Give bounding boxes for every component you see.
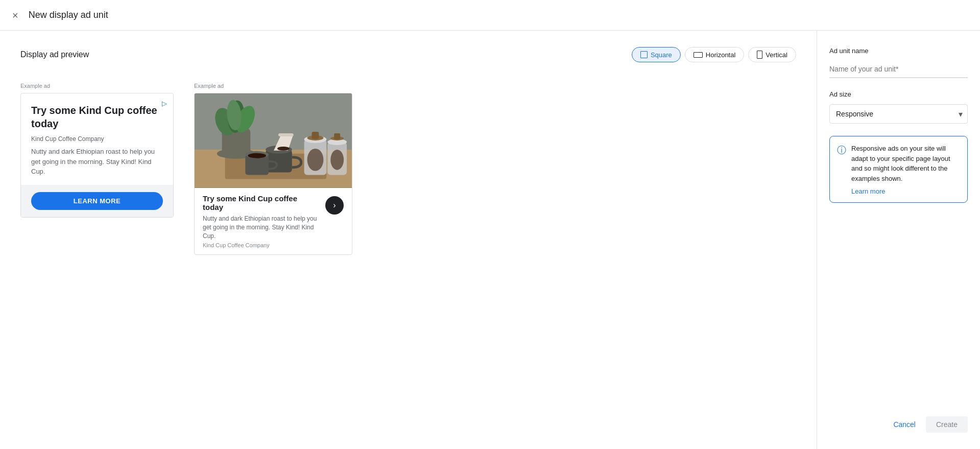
image-ad-body: Try some Kind Cup coffee today Nutty and…	[195, 188, 352, 254]
svg-rect-23	[334, 133, 340, 139]
example-ad-label-1: Example ad	[20, 83, 174, 89]
tab-group: Square Horizontal Vertical	[632, 47, 796, 62]
close-button[interactable]: ×	[12, 10, 18, 20]
info-icon: ⓘ	[837, 144, 846, 195]
left-panel: Display ad preview Square Horizontal Ver…	[0, 31, 817, 449]
image-ad-text: Try some Kind Cup coffee today Nutty and…	[203, 194, 319, 248]
svg-point-24	[330, 150, 344, 170]
tab-vertical-label: Vertical	[766, 51, 787, 59]
preview-title: Display ad preview	[20, 50, 89, 59]
create-button[interactable]: Create	[926, 416, 968, 433]
page-header: × New display ad unit	[0, 0, 980, 31]
square-icon	[640, 51, 648, 58]
example-ad-label-2: Example ad	[194, 83, 352, 89]
bottom-actions: Cancel Create	[829, 416, 968, 433]
tab-square[interactable]: Square	[632, 47, 681, 62]
info-content: Responsive ads on your site will adapt t…	[851, 144, 960, 195]
learn-more-link[interactable]: Learn more	[851, 187, 960, 195]
ad-size-select-wrapper: Responsive Fixed ▾	[829, 104, 968, 124]
ad-unit-name-label: Ad unit name	[829, 47, 968, 55]
image-ad-brand: Kind Cup Coffee Company	[203, 242, 319, 248]
tab-horizontal[interactable]: Horizontal	[685, 47, 745, 62]
image-ad-card: Try some Kind Cup coffee today Nutty and…	[194, 93, 352, 255]
svg-rect-13	[278, 133, 294, 136]
cancel-button[interactable]: Cancel	[891, 416, 918, 433]
main-layout: Display ad preview Square Horizontal Ver…	[0, 31, 980, 449]
horizontal-icon	[694, 52, 703, 58]
text-ad-footer: LEARN MORE	[21, 185, 173, 217]
image-ad-example: Example ad	[194, 83, 352, 255]
svg-point-14	[277, 147, 290, 151]
ad-unit-name-section: Ad unit name	[829, 47, 968, 78]
svg-point-27	[248, 153, 266, 158]
ad-examples: Example ad ▷ Try some Kind Cup coffee to…	[20, 83, 796, 255]
preview-header: Display ad preview Square Horizontal Ver…	[20, 47, 796, 62]
text-ad-headline: Try some Kind Cup coffee today	[31, 104, 163, 130]
info-box: ⓘ Responsive ads on your site will adapt…	[829, 136, 968, 203]
ad-size-section: Ad size Responsive Fixed ▾	[829, 90, 968, 124]
text-ad-example: Example ad ▷ Try some Kind Cup coffee to…	[20, 83, 174, 255]
ad-size-label: Ad size	[829, 90, 968, 98]
svg-rect-18	[312, 132, 319, 139]
text-ad-body: ▷ Try some Kind Cup coffee today Kind Cu…	[21, 93, 173, 185]
tab-vertical[interactable]: Vertical	[748, 47, 796, 62]
ad-image-placeholder	[195, 93, 352, 188]
page-title: New display ad unit	[29, 10, 108, 20]
image-ad-description: Nutty and dark Ethiopian roast to help y…	[203, 215, 319, 240]
learn-more-button[interactable]: LEARN MORE	[31, 192, 163, 210]
ad-size-select[interactable]: Responsive Fixed	[829, 104, 968, 124]
right-panel: Ad unit name Ad size Responsive Fixed ▾ …	[817, 31, 980, 449]
tab-square-label: Square	[651, 51, 672, 59]
text-ad-description: Nutty and dark Ethiopian roast to help y…	[31, 147, 163, 177]
text-ad-card: ▷ Try some Kind Cup coffee today Kind Cu…	[20, 93, 174, 218]
vertical-icon	[757, 51, 762, 59]
ad-unit-name-input[interactable]	[829, 61, 968, 78]
ad-triangle-icon: ▷	[162, 100, 167, 107]
info-text: Responsive ads on your site will adapt t…	[851, 145, 950, 182]
svg-point-19	[307, 149, 324, 171]
text-ad-brand: Kind Cup Coffee Company	[31, 135, 163, 143]
tab-horizontal-label: Horizontal	[706, 51, 736, 59]
image-ad-headline: Try some Kind Cup coffee today	[203, 194, 319, 211]
ad-arrow-button[interactable]: ›	[325, 196, 344, 215]
